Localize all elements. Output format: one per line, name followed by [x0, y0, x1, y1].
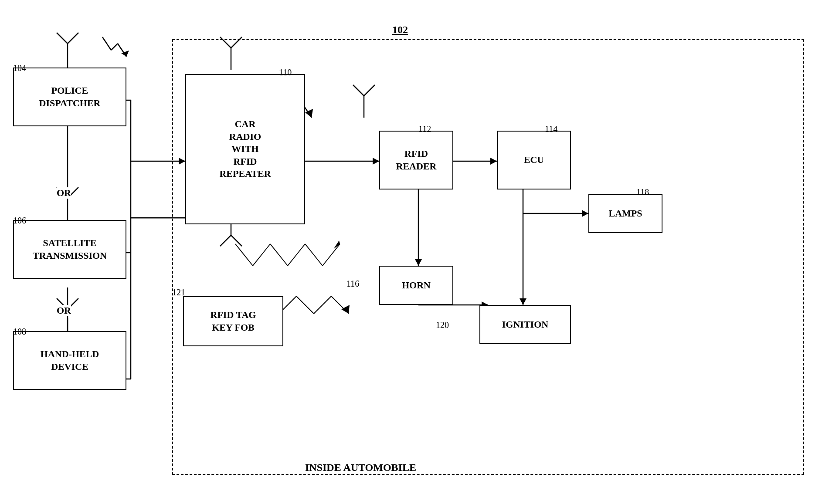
ecu-box: ECU: [497, 131, 571, 189]
svg-line-4: [111, 44, 118, 50]
horn-box: HORN: [379, 266, 453, 305]
diagram: 102 INSIDE AUTOMOBILE POLICE DISPATCHER …: [0, 0, 822, 504]
ref-108: 108: [13, 327, 26, 337]
police-dispatcher-box: POLICE DISPATCHER: [13, 68, 126, 126]
satellite-transmission-box: SATELLITE TRANSMISSION: [13, 220, 126, 279]
lamps-box: LAMPS: [588, 194, 662, 233]
rfid-tag-box: RFID TAG KEY FOB: [183, 296, 283, 346]
ref-106: 106: [13, 216, 26, 226]
svg-line-2: [68, 33, 78, 44]
car-radio-box: CAR RADIO WITH RFID REPEATER: [185, 74, 305, 224]
ref-112: 112: [418, 124, 431, 134]
svg-marker-6: [121, 51, 129, 57]
svg-line-5: [118, 44, 126, 57]
rfid-reader-box: RFID READER: [379, 131, 453, 189]
ref-121: 121: [172, 288, 185, 298]
or-label-1: OR: [57, 187, 71, 199]
ref-114: 114: [545, 124, 557, 134]
ref-102: 102: [392, 24, 408, 36]
ref-116: 116: [346, 279, 359, 289]
svg-line-3: [102, 37, 111, 50]
ignition-box: IGNITION: [479, 305, 571, 344]
ref-120: 120: [436, 320, 449, 330]
hand-held-device-box: HAND-HELD DEVICE: [13, 331, 126, 390]
ref-110: 110: [279, 68, 292, 78]
ref-104: 104: [13, 63, 26, 73]
inside-automobile-label: INSIDE AUTOMOBILE: [305, 462, 416, 474]
svg-line-1: [57, 33, 68, 44]
ref-118: 118: [636, 187, 649, 197]
or-label-2: OR: [57, 305, 71, 316]
